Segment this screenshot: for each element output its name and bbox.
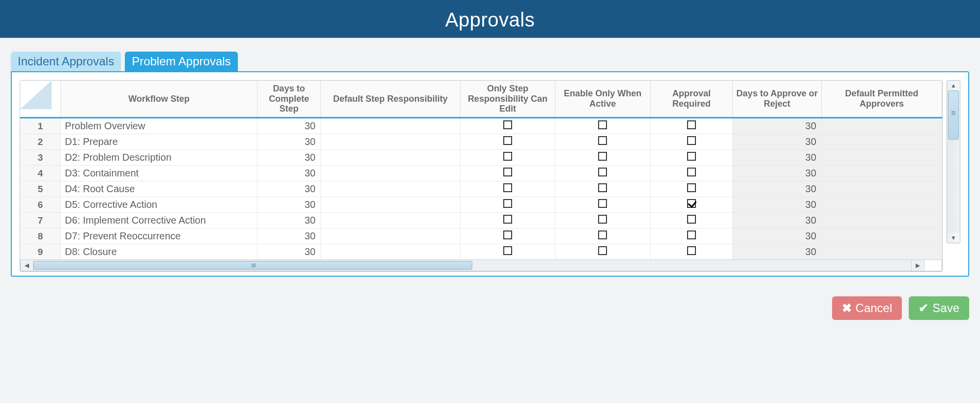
cell-enable-when-active[interactable] — [555, 181, 650, 197]
cell-days-approve[interactable]: 30 — [733, 213, 822, 229]
cell-only-step-edit[interactable] — [460, 118, 555, 134]
cell-workflow-step[interactable]: D3: Containment — [61, 166, 258, 181]
cell-only-step-edit[interactable] — [460, 213, 555, 229]
row-number[interactable]: 8 — [20, 229, 61, 244]
row-number[interactable]: 1 — [20, 118, 61, 134]
cell-permitted-approvers[interactable] — [821, 134, 942, 150]
checkbox-only-step-edit[interactable] — [503, 183, 512, 192]
vscroll-track[interactable] — [947, 90, 960, 233]
checkbox-only-step-edit[interactable] — [503, 136, 512, 145]
checkbox-approval-required[interactable] — [687, 120, 696, 129]
table-row[interactable]: 7D6: Implement Corrective Action3030 — [20, 213, 942, 229]
cell-approval-required[interactable] — [650, 244, 733, 260]
cell-only-step-edit[interactable] — [460, 244, 555, 260]
scroll-left-icon[interactable]: ◀ — [21, 260, 33, 271]
col-workflow-step[interactable]: Workflow Step — [61, 81, 258, 118]
cell-enable-when-active[interactable] — [555, 134, 650, 150]
cell-workflow-step[interactable]: D4: Root Cause — [61, 181, 258, 197]
cell-default-responsibility[interactable] — [320, 181, 460, 197]
cell-enable-when-active[interactable] — [555, 244, 650, 260]
checkbox-enable-when-active[interactable] — [598, 230, 607, 239]
cell-enable-when-active[interactable] — [555, 213, 650, 229]
cell-days-complete[interactable]: 30 — [257, 213, 320, 229]
table-row[interactable]: 9D8: Closure3030 — [20, 244, 942, 260]
cell-days-complete[interactable]: 30 — [257, 134, 320, 150]
cancel-button[interactable]: ✖ Cancel — [832, 296, 902, 320]
cell-default-responsibility[interactable] — [320, 166, 460, 181]
cell-only-step-edit[interactable] — [460, 166, 555, 181]
row-number[interactable]: 9 — [20, 244, 61, 260]
cell-approval-required[interactable] — [650, 118, 733, 134]
cell-default-responsibility[interactable] — [320, 197, 460, 213]
checkbox-enable-when-active[interactable] — [598, 168, 607, 176]
cell-permitted-approvers[interactable] — [821, 213, 942, 229]
checkbox-enable-when-active[interactable] — [598, 215, 607, 224]
cell-approval-required[interactable] — [650, 166, 733, 181]
table-row[interactable]: 8D7: Prevent Reoccurrence3030 — [20, 229, 942, 244]
cell-workflow-step[interactable]: Problem Overview — [61, 118, 258, 134]
cell-default-responsibility[interactable] — [320, 118, 460, 134]
checkbox-only-step-edit[interactable] — [503, 152, 512, 161]
checkbox-enable-when-active[interactable] — [598, 120, 607, 129]
cell-permitted-approvers[interactable] — [821, 118, 942, 134]
cell-days-complete[interactable]: 30 — [257, 118, 320, 134]
cell-default-responsibility[interactable] — [320, 134, 460, 150]
cell-workflow-step[interactable]: D2: Problem Description — [61, 150, 258, 166]
cell-permitted-approvers[interactable] — [821, 197, 942, 213]
cell-days-approve[interactable]: 30 — [733, 118, 822, 134]
horizontal-scrollbar[interactable]: ◀ ▶ — [20, 259, 942, 271]
cell-default-responsibility[interactable] — [320, 244, 460, 260]
row-number[interactable]: 5 — [20, 181, 61, 197]
checkbox-approval-required[interactable] — [687, 168, 696, 176]
checkbox-enable-when-active[interactable] — [598, 199, 607, 208]
cell-default-responsibility[interactable] — [320, 229, 460, 244]
cell-days-complete[interactable]: 30 — [257, 166, 320, 181]
cell-approval-required[interactable] — [650, 213, 733, 229]
checkbox-approval-required[interactable] — [687, 152, 696, 161]
save-button[interactable]: ✔ Save — [909, 296, 969, 320]
cell-enable-when-active[interactable] — [555, 229, 650, 244]
checkbox-approval-required[interactable] — [687, 246, 696, 255]
checkbox-only-step-edit[interactable] — [503, 246, 512, 255]
cell-days-complete[interactable]: 30 — [257, 181, 320, 197]
cell-workflow-step[interactable]: D5: Corrective Action — [61, 197, 258, 213]
checkbox-only-step-edit[interactable] — [503, 230, 512, 239]
row-number[interactable]: 2 — [20, 134, 61, 150]
cell-approval-required[interactable] — [650, 150, 733, 166]
checkbox-only-step-edit[interactable] — [503, 199, 512, 208]
checkbox-approval-required[interactable] — [687, 230, 696, 239]
cell-workflow-step[interactable]: D8: Closure — [61, 244, 258, 260]
grid-corner[interactable] — [20, 81, 61, 118]
cell-approval-required[interactable] — [650, 181, 733, 197]
vscroll-thumb[interactable] — [948, 90, 959, 140]
checkbox-enable-when-active[interactable] — [598, 246, 607, 255]
table-row[interactable]: 4D3: Containment3030 — [20, 166, 942, 181]
cell-workflow-step[interactable]: D7: Prevent Reoccurrence — [61, 229, 258, 244]
cell-workflow-step[interactable]: D6: Implement Corrective Action — [61, 213, 258, 229]
cell-approval-required[interactable] — [650, 197, 733, 213]
cell-approval-required[interactable] — [650, 229, 733, 244]
cell-days-complete[interactable]: 30 — [257, 197, 320, 213]
cell-permitted-approvers[interactable] — [821, 166, 942, 181]
checkbox-approval-required[interactable] — [687, 199, 696, 208]
cell-enable-when-active[interactable] — [555, 166, 650, 181]
tab-problem-approvals[interactable]: Problem Approvals — [125, 52, 237, 71]
table-row[interactable]: 2D1: Prepare3030 — [20, 134, 942, 150]
col-default-responsibility[interactable]: Default Step Responsibility — [320, 81, 460, 118]
vertical-scrollbar[interactable]: ▲ ▼ — [947, 80, 960, 243]
cell-approval-required[interactable] — [650, 134, 733, 150]
checkbox-enable-when-active[interactable] — [598, 136, 607, 145]
col-days-complete[interactable]: Days to Complete Step — [257, 81, 320, 118]
table-row[interactable]: 6D5: Corrective Action3030 — [20, 197, 942, 213]
row-number[interactable]: 7 — [20, 213, 61, 229]
checkbox-enable-when-active[interactable] — [598, 183, 607, 192]
cell-days-approve[interactable]: 30 — [733, 197, 822, 213]
cell-enable-when-active[interactable] — [555, 118, 650, 134]
cell-days-approve[interactable]: 30 — [733, 229, 822, 244]
cell-enable-when-active[interactable] — [555, 197, 650, 213]
checkbox-only-step-edit[interactable] — [503, 215, 512, 224]
row-number[interactable]: 4 — [20, 166, 61, 181]
cell-default-responsibility[interactable] — [320, 150, 460, 166]
col-only-step-can-edit[interactable]: Only Step Responsibility Can Edit — [460, 81, 555, 118]
scroll-up-icon[interactable]: ▲ — [947, 81, 960, 90]
